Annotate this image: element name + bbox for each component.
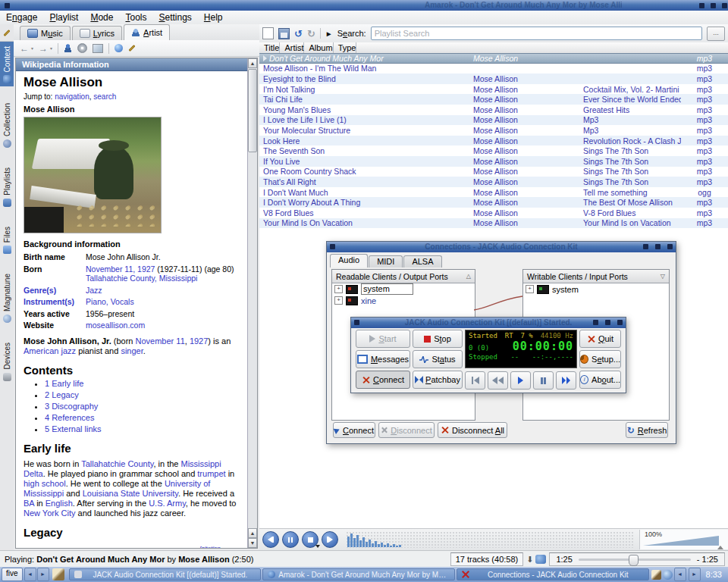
contents-item[interactable]: 3 Discography (45, 402, 242, 411)
column-header[interactable]: Title (259, 42, 280, 53)
contents-item[interactable]: 5 External links (45, 424, 242, 434)
infobox-value[interactable]: 1956–present (86, 309, 242, 319)
connect-button[interactable]: Connect (356, 371, 410, 389)
contents-item[interactable]: 4 References (45, 413, 242, 423)
previous-button[interactable] (262, 531, 279, 548)
disconnect-all-button[interactable]: Disconnect All (438, 422, 507, 438)
playlist-row[interactable]: One Room Country Shack Mose Allison Sing… (259, 167, 728, 177)
client-tree-item[interactable]: + system (332, 283, 475, 295)
contents-item[interactable]: 1 Early life (45, 379, 242, 389)
close-icon[interactable] (667, 244, 673, 249)
about-button[interactable]: iAbout... (579, 371, 621, 389)
menu-item[interactable]: Playlist (43, 11, 84, 24)
search-input[interactable] (371, 27, 702, 40)
playlist-row[interactable]: V8 Ford Blues Mose Allison V-8 Ford Blue… (259, 208, 728, 218)
picture-icon[interactable] (93, 44, 103, 53)
playlist-row[interactable]: Mose Allison - I'm The Wild Man mp3 (259, 64, 728, 74)
playlist-row[interactable]: Young Man's Blues Mose Allison Greatest … (259, 105, 728, 115)
scrollbar-thumb[interactable] (248, 69, 257, 152)
legacy-paragraph[interactable]: He is often called 'the William Faulkner… (24, 543, 242, 549)
menu-item[interactable]: Mode (84, 11, 119, 24)
writable-clients-header[interactable]: Writable Clients / Input Ports▽ (523, 270, 669, 283)
scroll-down-icon[interactable]: ▼ (248, 538, 257, 548)
queue-icon[interactable]: ⬇ (526, 555, 533, 565)
tray-editor-icon[interactable] (651, 570, 661, 580)
pager-next-icon[interactable]: ► (37, 568, 49, 581)
expander-icon[interactable]: + (334, 296, 343, 305)
config-button[interactable] (0, 24, 14, 42)
column-header[interactable]: Type (334, 42, 357, 53)
sidebar-item[interactable]: Context (0, 42, 14, 86)
expander-icon[interactable]: + (334, 285, 343, 293)
web-icon[interactable] (115, 44, 123, 52)
playlist-row[interactable]: Your Mind Is On Vacation Mose Allison Yo… (259, 218, 728, 229)
stop-button[interactable]: Stop (413, 330, 463, 348)
tray-prev-icon[interactable]: ◄ (674, 568, 686, 581)
jack-connections-titlebar[interactable]: Connections - JACK Audio Connection Kit (327, 242, 676, 252)
undo-icon[interactable]: ↺ (294, 28, 303, 39)
early-life-paragraph[interactable]: He was born in Tallahatchie County, in t… (24, 459, 242, 518)
client-tree-item[interactable]: + xine (332, 295, 475, 306)
rewind-start-button[interactable] (465, 371, 485, 390)
pager-prev-icon[interactable]: ◄ (24, 568, 36, 581)
sidebar-item[interactable]: Devices (0, 338, 14, 384)
playlist-row[interactable]: Your Molecular Structure Mose Allison Mp… (259, 125, 728, 136)
wiki-scrollbar[interactable]: ▲ ▲ ▼ (247, 58, 257, 548)
playlist-row[interactable]: Eyesight to the Blind Mose Allison mp3 (259, 74, 728, 84)
taskbar-task[interactable]: Amarok - Don't Get Around Much Any Mor b… (262, 568, 455, 580)
playlist-row[interactable]: Look Here Mose Allison Revolution Rock -… (259, 136, 728, 146)
window-menu-icon[interactable] (5, 3, 10, 8)
volume-control[interactable]: 100% (639, 530, 728, 549)
jump-links[interactable]: Jump to: navigation, search (24, 92, 242, 102)
column-header[interactable]: Album (304, 42, 333, 53)
context-tab[interactable]: Music (20, 26, 71, 40)
sidebar-item[interactable]: Magnatune (0, 269, 14, 326)
intro-paragraph[interactable]: Mose John Allison, Jr. (born November 11… (24, 336, 242, 356)
jack-main-titlebar[interactable]: JACK Audio Connection Kit [(default)] St… (351, 318, 626, 328)
jack-tab[interactable]: Audio (330, 254, 368, 268)
context-tab[interactable]: Lyrics (72, 26, 122, 40)
menu-item[interactable]: Engage (0, 11, 43, 24)
desktop-pager[interactable]: five (2, 568, 23, 581)
amarok-titlebar[interactable]: Amarok - Don't Get Around Much Any Mor b… (0, 0, 728, 11)
jack-tab[interactable]: ALSA (403, 255, 441, 268)
minimize-icon[interactable] (593, 320, 598, 325)
back-icon[interactable]: ← (20, 43, 29, 54)
infobox-value[interactable]: Jazz (86, 286, 242, 296)
contents-item[interactable]: 2 Legacy (45, 390, 242, 400)
new-playlist-icon[interactable] (262, 27, 274, 39)
moodbar-icon[interactable] (535, 555, 546, 564)
settings-wrench-icon[interactable] (128, 45, 135, 52)
sidebar-item[interactable]: Playlists (0, 163, 14, 210)
jump-to-track-icon[interactable]: ► (325, 30, 333, 38)
stop-button[interactable] (302, 531, 318, 548)
readable-clients-header[interactable]: Readable Clients / Output Ports△ (332, 270, 475, 283)
taskbar-task[interactable]: JACK Audio Connection Kit [(default)] St… (69, 568, 262, 580)
forward-icon[interactable]: → (39, 43, 48, 54)
setup-button[interactable]: Setup... (579, 350, 621, 368)
playlist-row[interactable]: I Don't Want Much Mose Allison Tell me s… (259, 187, 728, 198)
pause-button[interactable] (282, 531, 299, 548)
menu-item[interactable]: Tools (119, 11, 152, 24)
save-playlist-icon[interactable] (278, 28, 290, 39)
messages-button[interactable]: Messages (356, 350, 410, 368)
clock[interactable]: 8:33 (703, 570, 726, 579)
quit-button[interactable]: Quit (579, 330, 621, 348)
playlist-row[interactable]: I Love the Life I Live (1) Mose Allison … (259, 115, 728, 126)
album-icon[interactable] (77, 43, 87, 53)
expander-icon[interactable]: + (526, 285, 534, 293)
pause-button[interactable] (533, 371, 554, 390)
sidebar-item[interactable]: Files (0, 222, 14, 257)
taskbar-task[interactable]: Connections - JACK Audio Connection Kit (457, 568, 649, 580)
tray-next-icon[interactable]: ► (689, 568, 701, 581)
artist-icon[interactable] (64, 44, 72, 52)
play-button[interactable] (510, 371, 531, 390)
close-icon[interactable] (617, 320, 623, 325)
maximize-icon[interactable] (655, 244, 661, 249)
minimize-icon[interactable] (643, 244, 648, 249)
scroll-up-icon[interactable]: ▲ (248, 58, 257, 68)
menu-item[interactable]: Help (198, 11, 229, 24)
refresh-button[interactable]: ↻Refresh (626, 422, 668, 438)
menu-item[interactable]: Settings (152, 11, 197, 24)
seek-thumb[interactable] (629, 555, 639, 566)
